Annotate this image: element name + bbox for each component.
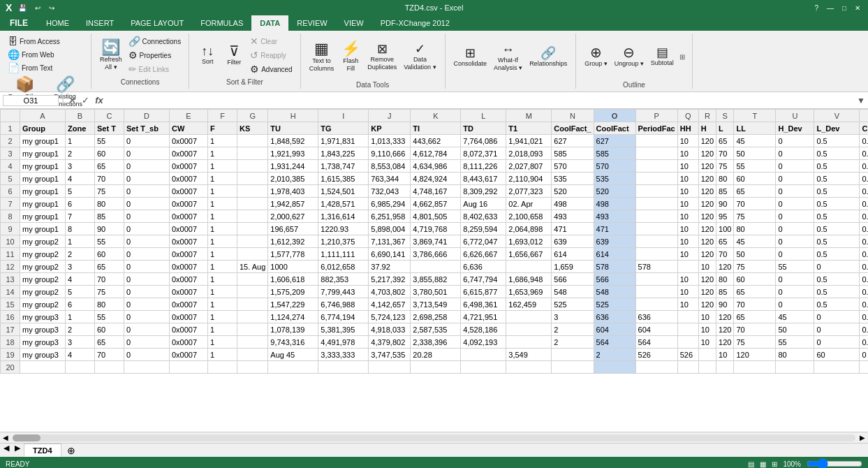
cell-W2[interactable]: 0.5 <box>860 135 868 147</box>
cell-H5[interactable]: 2,010,385 <box>268 173 318 185</box>
cell-E19[interactable]: 0x0007 <box>170 349 208 361</box>
cell-M17[interactable] <box>506 323 552 336</box>
cell-Q7[interactable]: 10 <box>677 198 698 210</box>
cell-P20[interactable] <box>635 361 677 374</box>
cell-A15[interactable]: my group2 <box>20 298 66 311</box>
cell-W5[interactable]: 0.5 <box>860 173 868 185</box>
cell-M19[interactable]: 3,549 <box>506 349 552 361</box>
cell-D15[interactable]: 0 <box>124 298 170 311</box>
cell-W10[interactable]: 0.5 <box>860 235 868 248</box>
cell-D7[interactable]: 0 <box>124 198 170 210</box>
cell-E7[interactable]: 0x0007 <box>170 198 208 210</box>
cell-K14[interactable]: 3,780,501 <box>411 286 461 298</box>
view-normal[interactable]: ▤ <box>748 460 754 468</box>
cell-V15[interactable]: 0.5 <box>814 298 860 311</box>
cell-T16[interactable]: 65 <box>734 311 776 323</box>
cell-E17[interactable]: 0x0007 <box>170 323 208 336</box>
cell-T19[interactable]: 120 <box>734 349 776 361</box>
cell-H18[interactable]: 9,743,316 <box>268 336 318 349</box>
cell-G19[interactable] <box>237 349 268 361</box>
cell-L8[interactable]: 8,402,633 <box>461 210 506 223</box>
cell-R7[interactable]: 120 <box>698 198 716 210</box>
cell-E16[interactable]: 0x0007 <box>170 311 208 323</box>
cell-E5[interactable]: 0x0007 <box>170 173 208 185</box>
cell-L19[interactable] <box>461 349 506 361</box>
cell-S14[interactable]: 85 <box>716 286 734 298</box>
cell-L13[interactable]: 6,747,794 <box>461 273 506 286</box>
cell-N9[interactable]: 471 <box>552 223 594 235</box>
cell-J9[interactable]: 5,898,004 <box>369 223 411 235</box>
cell-S12[interactable]: 120 <box>716 261 734 273</box>
cell-H9[interactable]: 196,657 <box>268 223 318 235</box>
quick-save[interactable]: 💾 <box>16 3 29 13</box>
tab-review[interactable]: REVIEW <box>288 15 335 31</box>
cell-M20[interactable] <box>506 361 552 374</box>
cell-R14[interactable]: 120 <box>698 286 716 298</box>
cell-A3[interactable]: my group1 <box>20 147 66 160</box>
cell-F16[interactable]: 1 <box>208 311 237 323</box>
tab-pdfxchange[interactable]: PDF-XChange 2012 <box>372 15 458 31</box>
cell-D11[interactable]: 0 <box>124 248 170 261</box>
cell-W4[interactable]: 0.5 <box>860 160 868 173</box>
cell-R18[interactable]: 10 <box>698 336 716 349</box>
filter-btn[interactable]: ⊽ Filter <box>221 43 247 68</box>
cell-H12[interactable]: 1000 <box>268 261 318 273</box>
cell-G20[interactable] <box>237 361 268 374</box>
cell-L16[interactable]: 4,721,951 <box>461 311 506 323</box>
cell-V19[interactable]: 60 <box>814 349 860 361</box>
cell-P18[interactable]: 564 <box>635 336 677 349</box>
cell-A11[interactable]: my group2 <box>20 248 66 261</box>
cell-E4[interactable]: 0x0007 <box>170 160 208 173</box>
cell-K2[interactable]: 443,662 <box>411 135 461 147</box>
cell-U20[interactable] <box>776 361 814 374</box>
formula-input[interactable] <box>108 96 854 105</box>
cell-K20[interactable] <box>411 361 461 374</box>
cell-K12[interactable] <box>411 261 461 273</box>
sheet-scroll-right[interactable]: ▶ <box>13 444 22 457</box>
cell-M16[interactable] <box>506 311 552 323</box>
cell-W15[interactable]: 0.5 <box>860 298 868 311</box>
cell-H20[interactable] <box>268 361 318 374</box>
cell-J15[interactable]: 4,142,657 <box>369 298 411 311</box>
cell-K18[interactable]: 2,338,396 <box>411 336 461 349</box>
cell-K1[interactable]: TI <box>411 122 461 135</box>
cell-H17[interactable]: 1,078,139 <box>268 323 318 336</box>
cell-Q16[interactable] <box>677 311 698 323</box>
cell-W19[interactable]: 0 <box>860 349 868 361</box>
group-btn[interactable]: ⊕ Group ▾ <box>582 44 610 69</box>
cell-A14[interactable]: my group2 <box>20 286 66 298</box>
cell-B3[interactable]: 2 <box>66 147 95 160</box>
cell-V4[interactable]: 0.5 <box>814 160 860 173</box>
cell-V3[interactable]: 0.5 <box>814 147 860 160</box>
cell-U12[interactable]: 55 <box>776 261 814 273</box>
cell-M9[interactable]: 2,064,898 <box>506 223 552 235</box>
cell-V13[interactable]: 0.5 <box>814 273 860 286</box>
cell-N7[interactable]: 498 <box>552 198 594 210</box>
what-if-btn[interactable]: ↔ What-IfAnalysis ▾ <box>491 42 525 73</box>
cell-M1[interactable]: T1 <box>506 122 552 135</box>
cell-D17[interactable]: 0 <box>124 323 170 336</box>
cell-C8[interactable]: 85 <box>95 210 124 223</box>
cell-B4[interactable]: 3 <box>66 160 95 173</box>
cell-S15[interactable]: 90 <box>716 298 734 311</box>
cell-V6[interactable]: 0.5 <box>814 185 860 198</box>
cell-B20[interactable] <box>66 361 95 374</box>
tab-home[interactable]: HOME <box>38 15 78 31</box>
cell-S11[interactable]: 70 <box>716 248 734 261</box>
cell-C3[interactable]: 60 <box>95 147 124 160</box>
cell-Q18[interactable] <box>677 336 698 349</box>
cell-B10[interactable]: 1 <box>66 235 95 248</box>
cell-A9[interactable]: my group1 <box>20 223 66 235</box>
cell-P12[interactable]: 578 <box>635 261 677 273</box>
cell-G13[interactable] <box>237 273 268 286</box>
cell-H7[interactable]: 1,942,857 <box>268 198 318 210</box>
cell-C5[interactable]: 70 <box>95 173 124 185</box>
cell-D8[interactable]: 0 <box>124 210 170 223</box>
cell-A10[interactable]: my group2 <box>20 235 66 248</box>
cell-S5[interactable]: 80 <box>716 173 734 185</box>
cell-V12[interactable]: 0 <box>814 261 860 273</box>
cell-E10[interactable]: 0x0007 <box>170 235 208 248</box>
cell-C1[interactable]: Set T <box>95 122 124 135</box>
cell-O8[interactable]: 493 <box>594 210 635 223</box>
cell-V9[interactable]: 0.5 <box>814 223 860 235</box>
